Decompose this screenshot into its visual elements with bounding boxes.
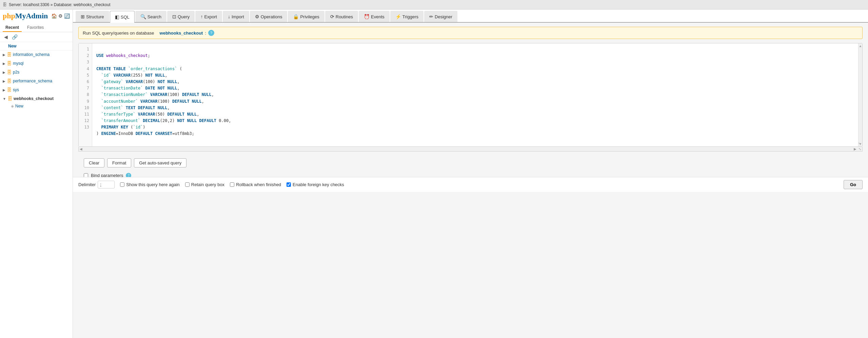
editor-toolbar: Clear Format Get auto-saved query <box>78 155 863 171</box>
tab-sql[interactable]: ◧ SQL <box>110 11 135 23</box>
expand-icon: ▶ <box>3 62 5 65</box>
logo-myadmin: MyAdmin <box>15 12 48 20</box>
show-query-checkbox[interactable] <box>120 182 124 187</box>
run-sql-db-name: webhooks_checkout <box>160 31 203 36</box>
line-num-6: 6 <box>79 79 92 85</box>
db-item-mysql[interactable]: ▶ 🗄 mysql <box>0 59 73 67</box>
page-body: Run SQL query/queries on database webhoo… <box>73 23 868 177</box>
expand-icon: ▶ <box>3 53 5 57</box>
editor-scrollbar-v[interactable]: ▲ ▼ <box>858 43 862 146</box>
scroll-left-arrow[interactable]: ◀ <box>79 147 83 151</box>
bind-params-help-icon[interactable]: ? <box>126 173 131 177</box>
tab-search-label: Search <box>147 14 161 19</box>
tab-query-label: Query <box>178 14 190 19</box>
tab-structure[interactable]: ⊞ Structure <box>76 11 109 22</box>
tab-routines[interactable]: ⟳ Routines <box>325 11 358 22</box>
tab-privileges-label: Privileges <box>300 14 319 19</box>
browser-bar: 🗄 Server: localhost:3306 » Database: web… <box>0 0 868 9</box>
db-item-webhooks-checkout[interactable]: ▼ 🗄 webhooks_checkout <box>0 95 73 103</box>
tab-routines-label: Routines <box>336 14 353 19</box>
editor-hscroll[interactable]: ◀ ▶ ⤡ <box>78 147 863 152</box>
expand-icon: ▼ <box>3 97 6 101</box>
clear-button[interactable]: Clear <box>84 158 104 167</box>
sidebar: phpMyAdmin 🏠 ⚙ 🔄 Recent Favorites ◀ 🔗 Ne… <box>0 9 73 338</box>
db-item-sys[interactable]: ▶ 🗄 sys <box>0 86 73 94</box>
line-num-10: 10 <box>79 105 92 111</box>
line-num-2: 2 <box>79 53 92 59</box>
run-sql-suffix: : <box>205 31 206 36</box>
line-num-8: 8 <box>79 92 92 98</box>
collapse-all-btn[interactable]: ◀ <box>3 34 9 40</box>
home-icon[interactable]: 🏠 <box>51 13 57 19</box>
editor-expand-icon[interactable]: ⤡ <box>857 147 862 151</box>
db-icon: 🗄 <box>7 61 12 66</box>
bind-params-row: Bind parameters ? <box>78 171 863 177</box>
db-name-performance-schema: performance_schema <box>13 79 52 83</box>
db-item-performance-schema[interactable]: ▶ 🗄 performance_schema <box>0 77 73 85</box>
delimiter-group: Delimiter <box>78 181 115 188</box>
delimiter-label: Delimiter <box>78 182 96 187</box>
delimiter-input[interactable] <box>98 181 115 188</box>
tab-sql-label: SQL <box>121 15 130 20</box>
bind-params-checkbox[interactable] <box>84 173 88 177</box>
query-icon: ⊡ <box>172 14 176 19</box>
designer-icon: ✏ <box>429 14 433 19</box>
editor-resize-handle[interactable]: ⤡ <box>857 141 862 146</box>
tab-operations[interactable]: ⚙ Operations <box>250 11 288 22</box>
help-icon[interactable]: ? <box>208 30 214 36</box>
scroll-right-arrow[interactable]: ▶ <box>853 147 857 151</box>
sql-icon: ◧ <box>115 14 119 20</box>
link-icon-btn[interactable]: 🔗 <box>11 34 19 40</box>
db-p2s: ▶ 🗄 p2s <box>0 68 73 76</box>
tab-icon: 🗄 <box>3 2 7 7</box>
main-content: ⊞ Structure ◧ SQL 🔍 Search ⊡ Query ↑ Exp… <box>73 9 868 338</box>
tab-events[interactable]: ⏰ Events <box>359 11 390 22</box>
page-bottom-area <box>73 192 868 338</box>
db-icon: 🗄 <box>7 69 12 75</box>
tab-privileges[interactable]: 🔒 Privileges <box>288 11 324 22</box>
db-name-webhooks-checkout: webhooks_checkout <box>14 96 54 101</box>
go-button[interactable]: Go <box>844 180 863 189</box>
bind-params-label: Bind parameters <box>91 173 123 177</box>
refresh-icon[interactable]: 🔄 <box>64 13 70 19</box>
tab-designer-label: Designer <box>435 14 452 19</box>
retain-query-label: Retain query box <box>191 182 224 187</box>
db-mysql: ▶ 🗄 mysql <box>0 59 73 67</box>
tab-triggers[interactable]: ⚡ Triggers <box>390 11 423 22</box>
run-sql-prefix: Run SQL query/queries on database <box>83 31 154 36</box>
sidebar-tab-favorites[interactable]: Favorites <box>24 24 46 32</box>
foreign-key-checkbox[interactable] <box>287 182 291 187</box>
line-num-9: 9 <box>79 98 92 105</box>
line-num-3: 3 <box>79 59 92 65</box>
db-item-information-schema[interactable]: ▶ 🗄 information_schema <box>0 51 73 59</box>
tab-query[interactable]: ⊡ Query <box>167 11 195 22</box>
format-button[interactable]: Format <box>107 158 131 167</box>
scroll-up-arrow[interactable]: ▲ <box>859 44 862 48</box>
db-sys: ▶ 🗄 sys <box>0 86 73 94</box>
line-num-12: 12 <box>79 118 92 124</box>
line-num-7: 7 <box>79 85 92 92</box>
new-database-button[interactable]: New <box>0 42 73 51</box>
get-autosaved-button[interactable]: Get auto-saved query <box>134 158 186 167</box>
settings-icon[interactable]: ⚙ <box>58 13 63 19</box>
rollback-checkbox[interactable] <box>230 182 234 187</box>
db-name-information-schema: information_schema <box>13 52 50 57</box>
tab-search[interactable]: 🔍 Search <box>135 11 166 22</box>
tab-designer[interactable]: ✏ Designer <box>424 11 457 22</box>
logo-area: phpMyAdmin 🏠 ⚙ 🔄 <box>0 9 73 22</box>
db-icon: 🗄 <box>7 78 12 84</box>
sql-editor-wrapper: 1 2 3 4 5 6 7 8 9 10 11 12 13 USE webhoo… <box>78 43 863 147</box>
events-icon: ⏰ <box>364 14 370 19</box>
tab-import[interactable]: ↓ Import <box>223 11 249 22</box>
rollback-group: Rollback when finished <box>230 182 281 187</box>
sidebar-tab-recent[interactable]: Recent <box>3 24 22 32</box>
tab-export[interactable]: ↑ Export <box>195 11 222 22</box>
db-name-mysql: mysql <box>13 61 23 66</box>
child-new-label: New <box>15 104 23 108</box>
sql-editor[interactable]: USE webhooks_checkout; CREATE TABLE `ord… <box>92 43 858 146</box>
retain-query-checkbox[interactable] <box>185 182 190 187</box>
db-item-p2s[interactable]: ▶ 🗄 p2s <box>0 68 73 76</box>
foreign-key-label: Enable foreign key checks <box>293 182 344 187</box>
child-new-icon: ◈ <box>11 104 14 108</box>
db-child-new[interactable]: ◈ New <box>8 103 73 110</box>
